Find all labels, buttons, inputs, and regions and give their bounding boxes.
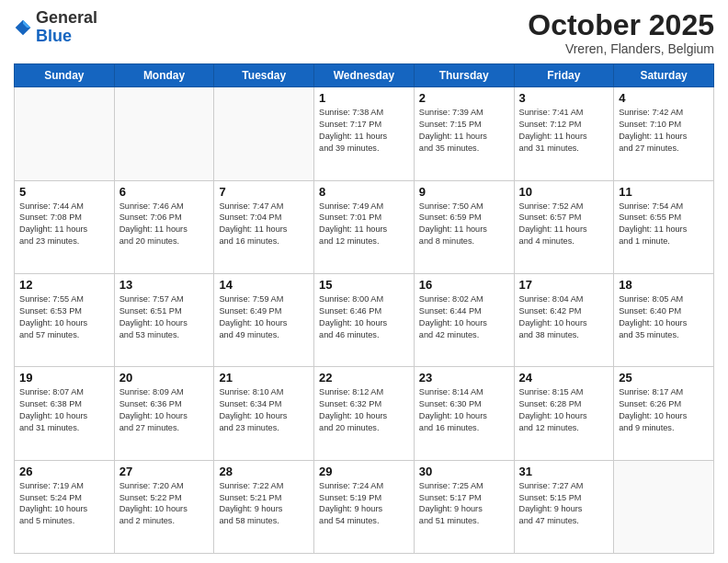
page: General Blue October 2025 Vreren, Flande… — [0, 0, 728, 563]
calendar-day-18: 18Sunrise: 8:05 AM Sunset: 6:40 PM Dayli… — [614, 273, 714, 366]
day-number: 24 — [519, 371, 609, 385]
calendar-day-6: 6Sunrise: 7:46 AM Sunset: 7:06 PM Daylig… — [114, 180, 214, 273]
calendar-day-10: 10Sunrise: 7:52 AM Sunset: 6:57 PM Dayli… — [514, 180, 614, 273]
day-details: Sunrise: 8:15 AM Sunset: 6:28 PM Dayligh… — [519, 386, 609, 434]
logo-text: General Blue — [36, 9, 97, 46]
calendar-day-28: 28Sunrise: 7:22 AM Sunset: 5:21 PM Dayli… — [214, 460, 314, 553]
day-details: Sunrise: 8:12 AM Sunset: 6:32 PM Dayligh… — [319, 386, 409, 434]
day-number: 7 — [219, 185, 309, 199]
day-number: 22 — [319, 371, 409, 385]
calendar-day-8: 8Sunrise: 7:49 AM Sunset: 7:01 PM Daylig… — [314, 180, 415, 273]
day-details: Sunrise: 7:52 AM Sunset: 6:57 PM Dayligh… — [519, 201, 609, 248]
day-details: Sunrise: 7:49 AM Sunset: 7:01 PM Dayligh… — [319, 201, 409, 248]
calendar-header-row: SundayMondayTuesdayWednesdayThursdayFrid… — [15, 64, 714, 87]
day-header-thursday: Thursday — [414, 64, 514, 87]
day-number: 21 — [219, 371, 309, 385]
calendar-day-13: 13Sunrise: 7:57 AM Sunset: 6:51 PM Dayli… — [114, 273, 214, 366]
calendar-day-4: 4Sunrise: 7:42 AM Sunset: 7:10 PM Daylig… — [614, 87, 714, 180]
day-details: Sunrise: 8:17 AM Sunset: 6:26 PM Dayligh… — [619, 386, 709, 434]
calendar-day-11: 11Sunrise: 7:54 AM Sunset: 6:55 PM Dayli… — [614, 180, 714, 273]
calendar-day-2: 2Sunrise: 7:39 AM Sunset: 7:15 PM Daylig… — [414, 87, 514, 180]
day-header-tuesday: Tuesday — [214, 64, 314, 87]
calendar-day-1: 1Sunrise: 7:38 AM Sunset: 7:17 PM Daylig… — [314, 87, 415, 180]
calendar-empty — [614, 460, 714, 553]
day-number: 23 — [419, 371, 509, 385]
day-number: 5 — [19, 185, 109, 199]
day-number: 29 — [319, 465, 409, 478]
day-header-friday: Friday — [514, 64, 614, 87]
day-details: Sunrise: 7:22 AM Sunset: 5:21 PM Dayligh… — [219, 480, 309, 528]
day-number: 12 — [19, 278, 109, 292]
calendar-day-7: 7Sunrise: 7:47 AM Sunset: 7:04 PM Daylig… — [214, 180, 314, 273]
day-number: 8 — [319, 185, 409, 199]
calendar-day-27: 27Sunrise: 7:20 AM Sunset: 5:22 PM Dayli… — [114, 460, 214, 553]
calendar-empty — [114, 87, 214, 180]
calendar-empty — [214, 87, 314, 180]
day-number: 2 — [419, 91, 509, 105]
title-block: October 2025 Vreren, Flanders, Belgium — [528, 9, 714, 56]
day-details: Sunrise: 7:27 AM Sunset: 5:15 PM Dayligh… — [519, 480, 609, 528]
day-details: Sunrise: 7:42 AM Sunset: 7:10 PM Dayligh… — [619, 107, 709, 155]
calendar-day-20: 20Sunrise: 8:09 AM Sunset: 6:36 PM Dayli… — [114, 367, 214, 460]
day-details: Sunrise: 7:38 AM Sunset: 7:17 PM Dayligh… — [319, 107, 409, 155]
day-number: 11 — [619, 185, 709, 199]
calendar-day-16: 16Sunrise: 8:02 AM Sunset: 6:44 PM Dayli… — [414, 273, 514, 366]
day-details: Sunrise: 7:39 AM Sunset: 7:15 PM Dayligh… — [419, 107, 509, 155]
day-details: Sunrise: 8:14 AM Sunset: 6:30 PM Dayligh… — [419, 386, 509, 434]
location: Vreren, Flanders, Belgium — [528, 41, 714, 56]
day-details: Sunrise: 7:55 AM Sunset: 6:53 PM Dayligh… — [19, 293, 109, 341]
logo-blue-text: Blue — [36, 27, 72, 45]
day-details: Sunrise: 7:25 AM Sunset: 5:17 PM Dayligh… — [419, 480, 509, 528]
day-header-wednesday: Wednesday — [314, 64, 415, 87]
day-details: Sunrise: 7:59 AM Sunset: 6:49 PM Dayligh… — [219, 293, 309, 341]
day-number: 4 — [619, 91, 709, 105]
day-details: Sunrise: 8:02 AM Sunset: 6:44 PM Dayligh… — [419, 293, 509, 341]
day-details: Sunrise: 7:54 AM Sunset: 6:55 PM Dayligh… — [619, 201, 709, 248]
header: General Blue October 2025 Vreren, Flande… — [14, 9, 714, 56]
calendar-table: SundayMondayTuesdayWednesdayThursdayFrid… — [14, 63, 714, 554]
calendar-day-17: 17Sunrise: 8:04 AM Sunset: 6:42 PM Dayli… — [514, 273, 614, 366]
calendar-day-3: 3Sunrise: 7:41 AM Sunset: 7:12 PM Daylig… — [514, 87, 614, 180]
day-header-saturday: Saturday — [614, 64, 714, 87]
calendar-day-31: 31Sunrise: 7:27 AM Sunset: 5:15 PM Dayli… — [514, 460, 614, 553]
day-number: 17 — [519, 278, 609, 292]
day-number: 30 — [419, 465, 509, 478]
calendar-day-21: 21Sunrise: 8:10 AM Sunset: 6:34 PM Dayli… — [214, 367, 314, 460]
day-number: 1 — [319, 91, 409, 105]
day-details: Sunrise: 7:44 AM Sunset: 7:08 PM Dayligh… — [19, 201, 109, 248]
calendar-day-15: 15Sunrise: 8:00 AM Sunset: 6:46 PM Dayli… — [314, 273, 415, 366]
month-title: October 2025 — [528, 9, 714, 41]
day-details: Sunrise: 7:24 AM Sunset: 5:19 PM Dayligh… — [319, 480, 409, 528]
day-details: Sunrise: 7:57 AM Sunset: 6:51 PM Dayligh… — [119, 293, 210, 341]
day-number: 27 — [119, 465, 210, 478]
calendar-day-26: 26Sunrise: 7:19 AM Sunset: 5:24 PM Dayli… — [15, 460, 115, 553]
day-details: Sunrise: 8:00 AM Sunset: 6:46 PM Dayligh… — [319, 293, 409, 341]
day-number: 18 — [619, 278, 709, 292]
calendar-day-14: 14Sunrise: 7:59 AM Sunset: 6:49 PM Dayli… — [214, 273, 314, 366]
day-details: Sunrise: 8:05 AM Sunset: 6:40 PM Dayligh… — [619, 293, 709, 341]
calendar-week-4: 26Sunrise: 7:19 AM Sunset: 5:24 PM Dayli… — [15, 460, 714, 553]
day-details: Sunrise: 7:20 AM Sunset: 5:22 PM Dayligh… — [119, 480, 210, 528]
day-number: 16 — [419, 278, 509, 292]
day-number: 19 — [19, 371, 109, 385]
day-number: 3 — [519, 91, 609, 105]
calendar-day-23: 23Sunrise: 8:14 AM Sunset: 6:30 PM Dayli… — [414, 367, 514, 460]
calendar-day-24: 24Sunrise: 8:15 AM Sunset: 6:28 PM Dayli… — [514, 367, 614, 460]
logo-icon — [14, 18, 32, 37]
day-details: Sunrise: 8:10 AM Sunset: 6:34 PM Dayligh… — [219, 386, 309, 434]
day-details: Sunrise: 7:19 AM Sunset: 5:24 PM Dayligh… — [19, 480, 109, 528]
calendar-week-1: 5Sunrise: 7:44 AM Sunset: 7:08 PM Daylig… — [15, 180, 714, 273]
calendar-week-2: 12Sunrise: 7:55 AM Sunset: 6:53 PM Dayli… — [15, 273, 714, 366]
day-number: 13 — [119, 278, 210, 292]
calendar-day-30: 30Sunrise: 7:25 AM Sunset: 5:17 PM Dayli… — [414, 460, 514, 553]
calendar-day-25: 25Sunrise: 8:17 AM Sunset: 6:26 PM Dayli… — [614, 367, 714, 460]
calendar-empty — [15, 87, 115, 180]
day-number: 10 — [519, 185, 609, 199]
calendar-day-9: 9Sunrise: 7:50 AM Sunset: 6:59 PM Daylig… — [414, 180, 514, 273]
calendar-day-29: 29Sunrise: 7:24 AM Sunset: 5:19 PM Dayli… — [314, 460, 415, 553]
day-number: 20 — [119, 371, 210, 385]
calendar-day-5: 5Sunrise: 7:44 AM Sunset: 7:08 PM Daylig… — [15, 180, 115, 273]
calendar-day-12: 12Sunrise: 7:55 AM Sunset: 6:53 PM Dayli… — [15, 273, 115, 366]
logo: General Blue — [14, 9, 97, 46]
day-details: Sunrise: 7:50 AM Sunset: 6:59 PM Dayligh… — [419, 201, 509, 248]
